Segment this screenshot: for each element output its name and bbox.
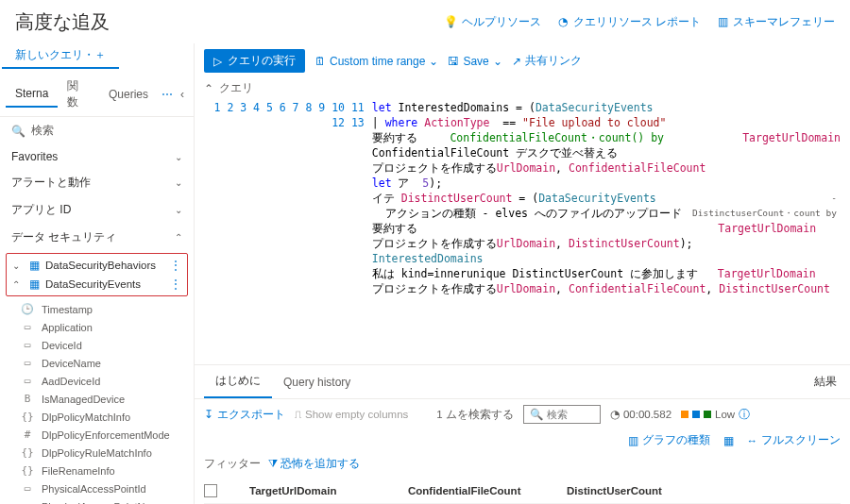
schema-field[interactable]: {}FileRenameInfo <box>0 462 194 479</box>
section-alerts[interactable]: アラートと動作 ⌄ <box>0 169 194 196</box>
export-button[interactable]: ↧ エクスポート <box>204 408 285 422</box>
resource-usage-indicator: Low ⓘ <box>681 408 750 422</box>
field-type-icon: ▭ <box>21 321 34 333</box>
help-label: ヘルプリソース <box>462 14 541 30</box>
fullscreen-button[interactable]: ↔ フルスクリーン <box>747 433 842 447</box>
schema-field[interactable]: 🕒Timestamp <box>0 300 194 318</box>
select-all-checkbox[interactable] <box>204 484 217 497</box>
chevron-down-icon: ⌄ <box>175 152 182 162</box>
info-icon[interactable]: ⓘ <box>739 408 750 422</box>
field-name: AadDeviceId <box>42 376 100 387</box>
filter-icon: ⧩ <box>268 458 278 469</box>
field-name: FileRenameInfo <box>42 465 115 477</box>
save-dropdown[interactable]: 🖫 Save ⌄ <box>448 55 502 68</box>
tabs-chevron-icon[interactable]: ‹ <box>177 84 188 105</box>
schema-field[interactable]: ▭PhysicalAccessPointId <box>0 479 194 497</box>
schema-field[interactable]: ▭AadDeviceId <box>0 372 194 390</box>
chevron-up-icon: ⌃ <box>12 279 24 290</box>
chevron-up-icon: ⌃ <box>175 232 182 243</box>
expand-icon: ↔ <box>747 435 758 446</box>
section-apps[interactable]: アプリと ID ⌄ <box>0 196 194 224</box>
save-icon: 🖫 <box>448 55 459 68</box>
time-range-dropdown[interactable]: 🗓 Custom time range ⌄ <box>314 55 438 68</box>
play-icon: ▷ <box>213 55 222 68</box>
share-link-button[interactable]: ↗ 共有リンク <box>512 53 582 69</box>
field-name: IsManagedDevice <box>42 394 125 405</box>
tabs-more-icon[interactable]: ⋯ <box>158 84 177 105</box>
section-data-security[interactable]: データ セキュリティ ⌃ <box>0 224 194 251</box>
schema-field[interactable]: ▭Application <box>0 318 194 336</box>
results-search[interactable]: 🔍 <box>523 405 601 424</box>
new-query-tab[interactable]: 新しいクエリ・＋ <box>2 43 119 69</box>
usage-bar-icon <box>704 411 711 418</box>
tab-query-history[interactable]: Query history <box>272 368 362 396</box>
field-name: PhysicalAccessPointId <box>42 483 146 495</box>
tab-sterna[interactable]: Sterna <box>6 81 58 108</box>
columns-button[interactable]: ▦ <box>723 434 734 447</box>
help-resources-link[interactable]: 💡 ヘルプリソース <box>445 14 541 30</box>
chart-icon: ▥ <box>628 434 638 447</box>
schema-field[interactable]: ▭DeviceId <box>0 336 194 354</box>
table-datasecurityevents[interactable]: ⌃ ▦ DataSecurityEvents ⋮ <box>7 275 187 294</box>
column-header[interactable]: TargetUrlDomain <box>249 485 400 496</box>
result-count-label: 1 ムを検索する <box>436 408 514 422</box>
sidebar: 新しいクエリ・＋ Sterna 関数 Queries ⋯ ‹ 🔍 検索 Favo… <box>0 43 195 504</box>
field-type-icon: {} <box>21 464 34 477</box>
field-type-icon: ▭ <box>21 500 34 504</box>
editor-annotation: - <box>831 191 837 206</box>
chart-type-dropdown[interactable]: ▥ グラフの種類 <box>628 433 710 447</box>
chevron-down-icon: ⌄ <box>175 205 182 215</box>
meter-icon: ◔ <box>556 15 570 28</box>
schema-field[interactable]: ▭DeviceName <box>0 354 194 372</box>
schema-ref-label: スキーマレフェリー <box>733 14 835 30</box>
field-type-icon: ▭ <box>21 482 34 495</box>
chevron-down-icon: ⌄ <box>175 177 182 188</box>
calendar-icon: 🗓 <box>314 55 326 68</box>
schema-search[interactable]: 🔍 検索 <box>0 117 194 144</box>
schema-field[interactable]: {}DlpPolicyRuleMatchInfo <box>0 444 194 462</box>
search-icon: 🔍 <box>530 408 543 421</box>
tab-queries[interactable]: Queries <box>99 82 158 107</box>
column-header[interactable]: ConfidentialFileCount <box>408 485 559 496</box>
schema-field[interactable]: #DlpPolicyEnforcementMode <box>0 426 194 444</box>
clock-icon: ◔ <box>610 408 620 421</box>
field-type-icon: ▭ <box>21 357 34 369</box>
field-type-icon: {} <box>21 446 34 459</box>
download-icon: ↧ <box>204 408 213 421</box>
section-favorites[interactable]: Favorites ⌄ <box>0 144 194 169</box>
results-table: TargetUrlDomain ConfidentialFileCount Di… <box>195 475 850 504</box>
editor-annotation: DistinctuserCount・count by <box>692 206 837 221</box>
run-query-button[interactable]: ▷ クエリの実行 <box>204 49 305 73</box>
row-actions-icon[interactable]: ⋮ <box>170 277 181 291</box>
schema-field[interactable]: ▭PhysicalAccessPointName <box>0 497 194 504</box>
filters-label: フィッター <box>204 457 261 471</box>
schema-reference-link[interactable]: ▥ スキーマレフェリー <box>716 14 835 30</box>
page-title: 高度な追及 <box>15 9 110 35</box>
search-input[interactable] <box>547 409 594 420</box>
add-filter-button[interactable]: ⧩ 恐怖を追加する <box>268 457 360 471</box>
table-datasecuritybehaviors[interactable]: ⌄ ▦ DataSecurityBehaviors ⋮ <box>7 256 187 275</box>
tab-results[interactable]: 結果 <box>810 366 841 397</box>
field-type-icon: 🕒 <box>21 303 34 315</box>
field-type-icon: # <box>21 428 34 441</box>
column-header[interactable]: DistinctUserCount <box>567 485 718 496</box>
tab-functions[interactable]: 関数 <box>58 73 99 116</box>
field-name: DlpPolicyRuleMatchInfo <box>42 447 152 459</box>
show-empty-columns-toggle[interactable]: ⎍ Show empty columns <box>295 409 408 420</box>
book-icon: ▥ <box>716 15 729 28</box>
chevron-down-icon: ⌄ <box>429 55 438 68</box>
tab-get-started[interactable]: はじめに <box>204 365 272 398</box>
schema-field[interactable]: BIsManagedDevice <box>0 390 194 408</box>
schema-field[interactable]: {}DlpPolicyMatchInfo <box>0 408 194 426</box>
usage-bar-icon <box>692 411 700 418</box>
chevron-down-icon: ⌄ <box>493 55 502 68</box>
field-type-icon: ▭ <box>21 375 34 387</box>
query-section-header[interactable]: ⌃ クエリ <box>195 78 850 98</box>
data-security-tables-highlight: ⌄ ▦ DataSecurityBehaviors ⋮ ⌃ ▦ DataSecu… <box>6 253 188 296</box>
field-name: DlpPolicyEnforcementMode <box>42 429 170 441</box>
query-timer: ◔ 00:00.582 <box>610 408 672 421</box>
query-editor[interactable]: 1 2 3 4 5 6 7 8 9 10 11 12 13 let Intere… <box>195 98 850 364</box>
search-icon: 🔍 <box>11 125 26 138</box>
query-resources-link[interactable]: ◔ クエリリソース レポート <box>556 14 701 30</box>
row-actions-icon[interactable]: ⋮ <box>170 259 181 272</box>
